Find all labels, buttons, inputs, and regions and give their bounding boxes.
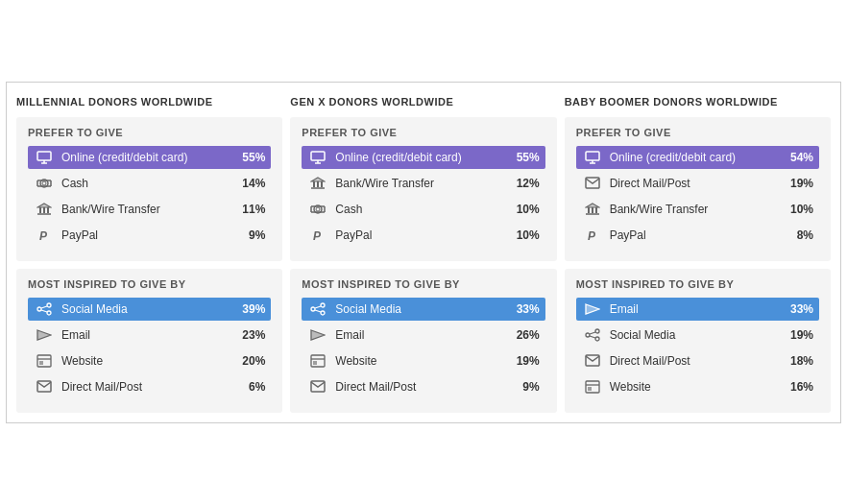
- row-label: Email: [610, 302, 783, 316]
- row-label: PayPal: [335, 228, 508, 242]
- svg-rect-23: [39, 361, 43, 365]
- svg-text:P: P: [313, 229, 322, 242]
- prefer-label-genx: PREFER TO GIVE: [302, 127, 544, 138]
- row-pct: 19%: [783, 177, 813, 190]
- row-pct: 10%: [783, 203, 813, 216]
- row-label: Direct Mail/Post: [335, 380, 508, 394]
- row-pct: 12%: [509, 177, 540, 190]
- inspire-label-genx: MOST INSPIRED TO GIVE BY: [302, 278, 544, 290]
- inspire-item-genx-1: Email26%: [302, 324, 544, 347]
- svg-marker-28: [311, 178, 325, 181]
- svg-marker-20: [37, 330, 51, 340]
- svg-marker-9: [37, 204, 51, 207]
- svg-rect-50: [586, 152, 599, 160]
- row-label: Online (credit/debit card): [335, 151, 508, 164]
- svg-point-34: [316, 207, 320, 211]
- bank-icon: [307, 177, 328, 190]
- inspire-item-genx-2: Website19%: [302, 349, 544, 372]
- prefer-card-millennial: PREFER TO GIVE Online (credit/debit card…: [16, 117, 282, 261]
- svg-rect-31: [321, 181, 323, 187]
- mail-icon: [582, 354, 603, 367]
- row-label: Email: [335, 328, 508, 342]
- bank-icon: [34, 203, 55, 216]
- inspire-card-millennial: MOST INSPIRED TO GIVE BY Social Media39%…: [16, 269, 282, 413]
- inspire-item-millennial-2: Website20%: [28, 349, 271, 372]
- monitor-icon: [582, 151, 603, 164]
- prefer-item-millennial-0: Online (credit/debit card)55%: [28, 146, 271, 169]
- svg-point-61: [595, 329, 599, 333]
- svg-rect-0: [37, 152, 51, 160]
- svg-rect-25: [311, 152, 325, 160]
- row-pct: 23%: [234, 328, 265, 342]
- row-label: Website: [610, 380, 783, 394]
- svg-text:P: P: [39, 229, 48, 242]
- inspire-card-genx: MOST INSPIRED TO GIVE BY Social Media33%…: [290, 269, 556, 413]
- svg-line-43: [315, 306, 321, 308]
- prefer-item-millennial-1: Cash14%: [28, 172, 271, 195]
- row-label: Email: [61, 328, 234, 342]
- row-pct: 16%: [783, 380, 813, 394]
- mail-icon: [582, 177, 603, 189]
- prefer-card-genx: PREFER TO GIVE Online (credit/debit card…: [290, 117, 556, 261]
- paypal-icon: P: [307, 228, 328, 242]
- row-label: Bank/Wire Transfer: [61, 203, 234, 216]
- mail-icon: [307, 380, 328, 393]
- row-pct: 9%: [509, 380, 540, 394]
- column-genx: GEN X DONORS WORLDWIDEPREFER TO GIVE Onl…: [290, 92, 556, 413]
- row-pct: 19%: [509, 354, 540, 368]
- column-header-boomer: BABY BOOMER DONORS WORLDWIDE: [565, 92, 831, 109]
- svg-point-42: [321, 311, 325, 315]
- paypal-icon: P: [34, 228, 55, 242]
- svg-line-44: [315, 310, 321, 312]
- svg-point-41: [311, 307, 315, 311]
- inspire-item-millennial-3: Direct Mail/Post6%: [28, 375, 271, 398]
- row-pct: 14%: [234, 177, 265, 190]
- inspire-card-boomer: MOST INSPIRED TO GIVE BY Email33% Social…: [565, 269, 831, 413]
- svg-line-64: [590, 332, 595, 334]
- columns-grid: MILLENNIAL DONORS WORLDWIDEPREFER TO GIV…: [16, 92, 831, 413]
- prefer-item-genx-2: Cash10%: [302, 198, 544, 221]
- inspire-item-boomer-2: Direct Mail/Post18%: [576, 349, 819, 372]
- svg-rect-57: [595, 207, 597, 213]
- row-label: PayPal: [61, 228, 234, 242]
- svg-point-63: [595, 337, 599, 341]
- row-label: Website: [335, 354, 508, 368]
- svg-line-19: [41, 310, 47, 312]
- row-pct: 19%: [783, 328, 813, 342]
- row-pct: 18%: [783, 354, 813, 368]
- bank-icon: [582, 203, 603, 216]
- row-label: Social Media: [61, 302, 234, 316]
- inspire-item-genx-0: Social Media33%: [302, 298, 544, 321]
- share-icon: [582, 328, 603, 342]
- row-label: PayPal: [610, 228, 783, 242]
- row-label: Social Media: [610, 328, 783, 342]
- mail-icon: [34, 380, 55, 393]
- row-pct: 10%: [509, 228, 540, 242]
- column-header-genx: GEN X DONORS WORLDWIDE: [290, 92, 556, 109]
- row-label: Direct Mail/Post: [610, 177, 783, 190]
- row-pct: 54%: [783, 151, 813, 164]
- row-pct: 33%: [783, 302, 813, 316]
- inspire-item-boomer-0: Email33%: [576, 298, 819, 321]
- row-pct: 6%: [234, 380, 265, 394]
- svg-rect-55: [588, 207, 590, 213]
- svg-text:P: P: [588, 229, 596, 242]
- svg-rect-56: [592, 207, 593, 213]
- prefer-item-boomer-3: P PayPal8%: [576, 224, 819, 247]
- svg-rect-10: [39, 207, 41, 213]
- svg-point-16: [37, 307, 41, 311]
- row-label: Social Media: [335, 302, 508, 316]
- svg-marker-60: [586, 304, 599, 314]
- prefer-item-boomer-0: Online (credit/debit card)54%: [576, 146, 819, 169]
- svg-point-62: [586, 333, 590, 337]
- svg-point-17: [47, 311, 51, 315]
- inspire-item-genx-3: Direct Mail/Post9%: [302, 375, 544, 398]
- prefer-item-genx-0: Online (credit/debit card)55%: [302, 146, 544, 169]
- monitor-icon: [34, 151, 55, 164]
- column-millennial: MILLENNIAL DONORS WORLDWIDEPREFER TO GIV…: [16, 92, 282, 413]
- svg-rect-12: [47, 207, 49, 213]
- website-icon: [582, 380, 603, 394]
- row-pct: 8%: [783, 228, 813, 242]
- prefer-item-genx-3: P PayPal10%: [302, 224, 544, 247]
- prefer-item-boomer-1: Direct Mail/Post19%: [576, 172, 819, 195]
